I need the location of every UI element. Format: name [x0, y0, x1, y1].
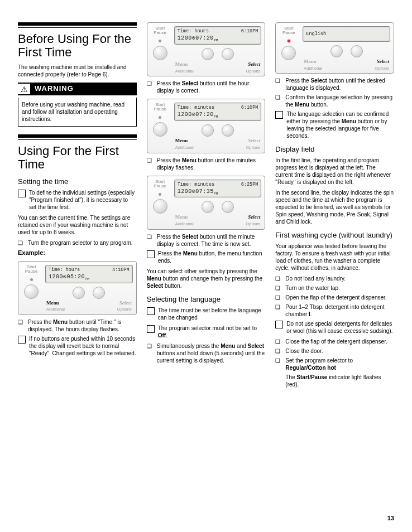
start-pause-button[interactable]	[24, 284, 39, 299]
info-note: Press the Menu button, the menu function…	[147, 250, 266, 264]
step-bullet: ❑Do not load any laundry.	[275, 275, 394, 282]
warning-icon: ⚠	[18, 83, 30, 95]
lcd-line1-left: Time: hours	[49, 267, 80, 273]
info-note: To define the individual settings (espec…	[18, 189, 137, 211]
info-note: The program selector must not be set to …	[147, 325, 266, 339]
section-rule	[18, 22, 137, 28]
subheading-first-washing-cycle: First washing cycle (without laundry)	[275, 231, 394, 240]
options-label: Options	[117, 307, 132, 312]
warning-body: Before using your washing machine, read …	[18, 98, 137, 127]
column-1: Before Using For the First Time The wash…	[18, 22, 137, 390]
step-bullet: ❑ Press the Select button until the hour…	[147, 80, 266, 94]
start-pause-label: Start Pause	[25, 265, 38, 274]
select-button[interactable]	[222, 201, 234, 213]
note-box-icon	[147, 250, 155, 258]
warning-header: ⚠ WARNING	[18, 83, 137, 95]
note-text: If no buttons are pushed within 10 secon…	[29, 335, 137, 357]
step-bullet: ❑ Press the Select button until the desi…	[275, 77, 394, 91]
note-box-icon	[18, 336, 26, 344]
step-bullet: ❑ Simultaneously press the Menu and Sele…	[147, 342, 266, 364]
note-box-icon	[275, 321, 283, 328]
control-panel-figure: Start Pause English MenuSelect Additiona…	[275, 22, 394, 74]
indicator-light	[30, 278, 33, 281]
menu-button[interactable]	[202, 124, 214, 137]
step-bullet: The Start/Pause indicator light flashes …	[275, 374, 394, 388]
heading-using-first-time: Using For the First Time	[18, 144, 137, 171]
select-button[interactable]	[93, 287, 105, 299]
note-box-icon	[147, 307, 155, 315]
bullet-mark: ❑	[18, 239, 25, 246]
select-button[interactable]	[222, 124, 234, 137]
select-button[interactable]	[351, 45, 363, 57]
control-panel-figure: Start Pause Time: hours4:10PM 1200⊙05:20…	[18, 261, 137, 315]
warning-label: WARNING	[30, 83, 137, 95]
select-button[interactable]	[222, 48, 234, 60]
control-panel-figure: Start Pause Time: hours6:10PM 1200⊙07:20…	[147, 22, 266, 76]
heading-before-first-time: Before Using For the First Time	[18, 32, 137, 59]
menu-button[interactable]	[73, 287, 85, 299]
step-bullet: ❑Open the flap of the detergent dispense…	[275, 294, 394, 301]
menu-button[interactable]	[202, 48, 214, 60]
note-box-icon	[275, 111, 283, 119]
note-box-icon	[147, 325, 155, 333]
lcd-display: Time: hours4:10PM 1200⊙05:20PM	[45, 265, 133, 283]
step-bullet: ❑Pour 1–2 Tbsp. detergent into detergent…	[275, 303, 394, 318]
lcd-line2: 1200⊙05:20	[49, 274, 85, 280]
intro-text: The washing machine must be installed an…	[18, 64, 137, 78]
step-bullet: ❑ Turn the program selector to any progr…	[18, 239, 137, 246]
additional-label: Additional	[46, 307, 65, 312]
paragraph: You can select other settings by pressin…	[147, 268, 266, 289]
menu-label: Menu	[46, 300, 59, 307]
step-bullet: ❑Set the program selector to Regular/Cot…	[275, 357, 394, 371]
bullet-text: Turn the program selector to any program…	[28, 239, 137, 246]
info-note: Do not use special detergents for delica…	[275, 320, 394, 335]
info-note: The language selection can be confirmed …	[275, 110, 394, 139]
lcd-display: Time: hours6:10PM 1200⊙07:20PM	[174, 26, 262, 45]
start-pause-button[interactable]	[153, 199, 167, 214]
paragraph: In the second line, the display indicate…	[275, 189, 394, 225]
lcd-display: Time: minutes6:10PM 1200⊙07:20PM	[174, 103, 262, 121]
info-note: The time must be set before the language…	[147, 307, 266, 321]
subheading-selecting-language: Selecting the language	[147, 295, 266, 304]
step-bullet: ❑Close the door.	[275, 347, 394, 355]
step-bullet: ❑ Press the Menu button until "Time:" is…	[18, 318, 137, 333]
indicator-light	[159, 40, 161, 42]
paragraph: Your appliance was tested before leaving…	[275, 243, 394, 272]
subheading-setting-time: Setting the time	[18, 177, 137, 187]
indicator-light-red	[288, 40, 290, 42]
menu-button[interactable]	[330, 45, 343, 57]
page-number: 13	[387, 514, 394, 522]
control-panel-figure: Start Pause Time: minutes6:10PM 1200⊙07:…	[147, 99, 266, 153]
example-label: Example:	[18, 249, 137, 257]
select-label: Select	[119, 300, 132, 307]
lcd-display: English	[303, 26, 390, 42]
start-pause-button[interactable]	[153, 122, 167, 137]
step-bullet: ❑ Confirm the language selection by pres…	[275, 94, 394, 108]
paragraph: In the first line, the operating and pro…	[275, 157, 394, 186]
start-pause-button[interactable]	[153, 46, 167, 60]
step-bullet: ❑Close the flap of the detergent dispens…	[275, 338, 394, 345]
column-3: Start Pause English MenuSelect Additiona…	[275, 22, 394, 390]
note-text: To define the individual settings (espec…	[29, 189, 137, 211]
subheading-display-field: Display field	[275, 145, 394, 154]
panel-start-pause: Start Pause	[22, 265, 41, 312]
paragraph: You can set the current time. The settin…	[18, 214, 137, 236]
step-bullet: ❑Turn on the water tap.	[275, 284, 394, 292]
lcd-line1-right: 4:10PM	[112, 267, 130, 273]
step-bullet: ❑ Press the Menu button until the minute…	[147, 157, 266, 171]
bullet-text: Press the Menu button until "Time:" is d…	[28, 318, 137, 333]
menu-button[interactable]	[202, 201, 214, 213]
note-box-icon	[18, 190, 26, 197]
section-rule	[18, 134, 137, 140]
control-panel-figure: Start Pause Time: minutes6:25PM 1200⊙07:…	[147, 176, 266, 230]
bullet-mark: ❑	[18, 318, 25, 333]
start-pause-button[interactable]	[281, 46, 296, 60]
column-2: Start Pause Time: hours6:10PM 1200⊙07:20…	[147, 22, 266, 390]
indicator-light	[159, 116, 161, 119]
info-note: If no buttons are pushed within 10 secon…	[18, 335, 137, 357]
indicator-light	[159, 193, 161, 196]
lcd-display: Time: minutes6:25PM 1200⊙07:35PM	[174, 180, 262, 198]
step-bullet: ❑ Press the Select button until the minu…	[147, 233, 266, 248]
lcd-line2-suffix: PM	[85, 277, 89, 281]
